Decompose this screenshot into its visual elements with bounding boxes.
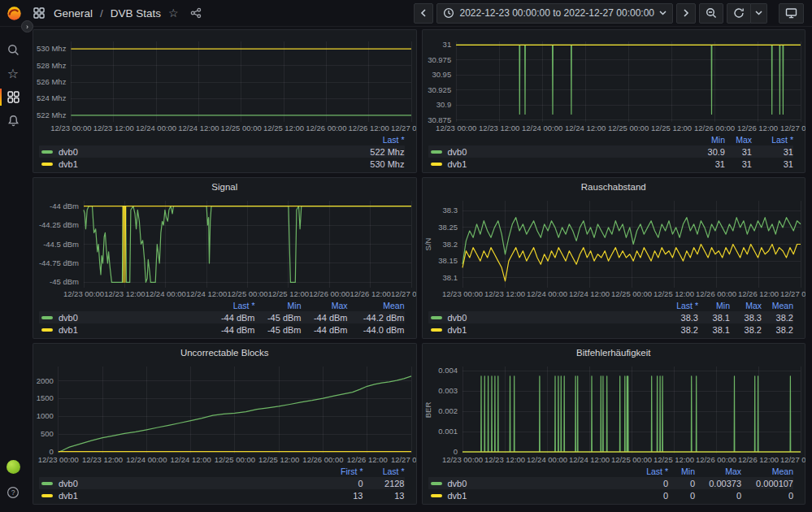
series-color-swatch-icon [41,328,53,332]
svg-text:-45 dBm: -45 dBm [50,277,79,286]
legend-item-dvb0[interactable]: dvb030.93131 [428,145,794,158]
svg-text:12/24 00:00: 12/24 00:00 [522,124,562,132]
legend-value: 31 [752,159,793,169]
zoom-out-button[interactable] [699,3,723,24]
dashboards-icon [7,91,20,103]
time-shift-back-button[interactable] [414,3,433,24]
svg-text:12/25 00:00: 12/25 00:00 [610,455,651,464]
series-label: dvb1 [428,325,658,335]
chart-uncorrectable-blocks[interactable]: 050010001500200012/23 00:0012/23 12:0012… [33,361,416,466]
svg-text:30.925: 30.925 [428,85,451,94]
sidebar-item-alerting[interactable] [0,109,26,132]
svg-text:12/25 00:00: 12/25 00:00 [608,124,649,132]
legend-item-dvb1[interactable]: dvb11313 [39,489,405,501]
kiosk-mode-button[interactable] [779,3,804,24]
chart-snr-db[interactable]: 3130.97530.9530.92530.930.87512/23 00:00… [423,36,805,134]
legend-column-min[interactable]: Min [255,301,302,310]
legend-value: 0 [627,479,668,488]
sidebar-item-starred[interactable]: ☆ [0,62,26,85]
favorite-star-button[interactable]: ☆ [164,7,183,19]
legend-column-last[interactable]: Last * [209,301,255,310]
chart-signal[interactable]: -44 dBm-44.25 dBm-44.5 dBm-44.75 dBm-45 … [33,195,416,300]
svg-text:-44.75 dBm: -44.75 dBm [39,258,79,267]
legend-value: 13 [317,491,363,501]
legend-column-max[interactable]: Max [302,301,348,310]
svg-text:526 Mhz: 526 Mhz [37,77,67,86]
legend-value: 0 [317,479,363,488]
legend-item-dvb0[interactable]: dvb002128 [39,477,405,489]
svg-text:0.002: 0.002 [438,406,458,415]
legend-value: 0 [627,491,668,501]
legend-value: 38.2 [762,313,793,323]
svg-text:-44.5 dBm: -44.5 dBm [43,240,79,249]
grafana-logo[interactable] [6,5,23,22]
panel-title[interactable]: Bitfehlerhäufigkeit [423,344,805,361]
svg-text:12/25 00:00: 12/25 00:00 [610,289,651,298]
legend-item-dvb0[interactable]: dvb038.338.138.338.2 [428,311,794,323]
time-range-picker[interactable]: 2022-12-23 00:00:00 to 2022-12-27 00:00:… [436,3,673,24]
legend-column-mean[interactable]: Mean [762,301,793,310]
legend-column-max[interactable]: Max [695,466,741,476]
series-color-swatch-icon [41,163,53,166]
legend-column-min[interactable]: Min [693,135,725,145]
legend-signal: Last *MinMaxMeandvb0-44 dBm-45 dBm-44 dB… [33,300,416,338]
legend-column-max[interactable]: Max [730,301,762,310]
legend-column-last[interactable]: Last * [358,135,405,145]
refresh-button[interactable] [727,3,751,24]
share-dashboard-button[interactable] [186,7,206,19]
svg-text:12/27 00:00: 12/27 00:00 [391,124,416,132]
sidebar-item-search[interactable] [0,38,26,62]
series-color-swatch-icon [41,150,53,154]
breadcrumb-section[interactable]: General [54,7,93,20]
svg-text:12/23 12:00: 12/23 12:00 [93,124,134,132]
chart-frequency[interactable]: 530 Mhz528 Mhz526 Mhz524 Mhz522 Mhz12/23… [33,36,416,134]
svg-text:12/24 00:00: 12/24 00:00 [126,455,167,464]
svg-text:-44.25 dBm: -44.25 dBm [39,220,79,229]
breadcrumb-dashboard: DVB Stats [111,7,161,20]
help-icon: ? [7,486,20,499]
refresh-interval-dropdown[interactable] [751,3,767,24]
legend-item-dvb0[interactable]: dvb0-44 dBm-45 dBm-44 dBm-44.2 dBm [39,311,405,323]
legend-item-dvb1[interactable]: dvb1313131 [428,158,794,170]
legend-column-mean[interactable]: Mean [741,466,793,476]
svg-text:12/26 12:00: 12/26 12:00 [737,289,778,298]
chart-rauschabstand[interactable]: 38.338.2538.238.1538.112/23 00:0012/23 1… [423,195,805,300]
legend-column-max[interactable]: Max [725,135,752,145]
legend-value: 522 Mhz [358,147,405,157]
sidebar-item-profile[interactable] [0,455,26,479]
legend-header: Last *MinMaxMean [39,300,405,311]
legend-column-mean[interactable]: Mean [348,301,405,310]
svg-text:0.004: 0.004 [438,366,458,375]
chart-bitfehlerhaeufigkeit[interactable]: 00.0010.0020.0030.00412/23 00:0012/23 12… [423,361,805,466]
legend-column-min[interactable]: Min [698,301,730,310]
svg-text:38.2: 38.2 [442,240,458,249]
panel-title[interactable]: Rauschabstand [423,178,805,195]
svg-text:524 Mhz: 524 Mhz [37,93,67,102]
panel-title [423,30,805,36]
time-shift-forward-button[interactable] [676,3,696,24]
sidebar-item-dashboards[interactable] [0,85,26,109]
legend-item-dvb1[interactable]: dvb10000 [428,489,794,501]
legend-item-dvb1[interactable]: dvb138.238.138.238.2 [428,323,794,336]
legend-column-min[interactable]: Min [668,466,695,476]
panel-title[interactable]: Uncorrectable Blocks [33,344,416,361]
legend-item-dvb0[interactable]: dvb0000.003730.000107 [428,477,794,489]
share-icon [190,7,202,19]
legend-column-last[interactable]: Last * [627,466,668,476]
legend-column-last[interactable]: Last * [657,301,698,310]
sidebar-item-help[interactable]: ? [0,480,26,504]
series-label: dvb1 [428,491,627,501]
legend-item-dvb0[interactable]: dvb0522 Mhz [39,145,405,158]
legend-column-first[interactable]: First * [317,466,363,476]
legend-item-dvb1[interactable]: dvb1-44 dBm-45 dBm-44 dBm-44.0 dBm [39,323,405,336]
legend-column-last[interactable]: Last * [363,466,405,476]
legend-column-last[interactable]: Last * [752,135,793,145]
svg-text:12/25 12:00: 12/25 12:00 [258,455,299,464]
legend-item-dvb1[interactable]: dvb1530 Mhz [39,158,405,170]
sidebar-expand-button[interactable]: › [21,20,33,33]
panel-title[interactable]: Signal [33,178,416,195]
legend-header: Last *MinMaxMean [428,300,794,311]
svg-text:12/26 00:00: 12/26 00:00 [695,289,736,298]
refresh-button-group [727,3,767,24]
legend-value: 38.1 [698,325,730,335]
